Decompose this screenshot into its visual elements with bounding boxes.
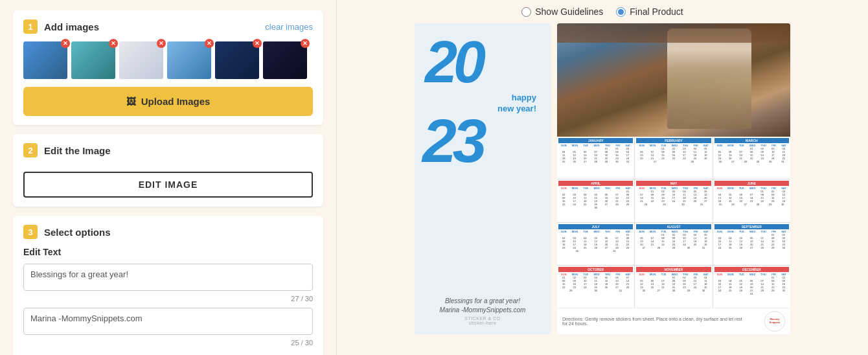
view-controls: Show Guidelines Final Product [347,6,858,17]
char-count-2: 25 / 30 [23,339,313,347]
clear-images-link[interactable]: clear images [265,22,313,32]
section1-number: 1 [23,19,38,34]
month-jun-name: JUNE [714,181,789,186]
section1-title: Add images [44,21,99,32]
year-bottom: 23 [420,115,483,167]
remove-thumb-3[interactable]: ✕ [157,39,166,48]
month-march: MARCH SUNMONTUEWEDTHUFRISAT 01020304 050… [713,137,790,179]
section2-header: 2 Edit the Image [23,143,313,157]
blessings-text: Blessings for a great year! [440,296,526,306]
month-november: NOVEMBER SUNMONTUEWEDTHUFRISAT 01020304 … [635,266,712,308]
month-june: JUNE SUNMONTUEWEDTHUFRISAT 010203 040506… [713,179,790,222]
thumbnail-1[interactable]: ✕ [23,41,67,79]
calendar-right-preview: JANUARY SUNMONTUEWEDTHUFRISAT 010203 040… [557,23,790,334]
month-october: OCTOBER SUNMONTUEWEDTHUFRISAT 0102030405… [557,266,634,308]
text-field-1-wrapper: Blessings for a great year! 27 / 30 [23,264,313,303]
month-jul-name: JULY [558,224,633,229]
thumbnail-5[interactable]: ✕ [215,41,259,79]
section-select-options: 3 Select options Edit Text Blessings for… [13,216,323,355]
directions-text: Directions: Gently remove stickers from … [562,317,764,326]
final-product-option[interactable]: Final Product [616,6,683,17]
section3-number: 3 [23,225,38,239]
month-april: APRIL SUNMONTUEWEDTHUFRISAT 01 020304050… [557,179,634,222]
edit-text-label: Edit Text [23,247,313,257]
section3-header: 3 Select options [23,225,313,239]
photo-background [557,23,790,137]
month-january: JANUARY SUNMONTUEWEDTHUFRISAT 010203 040… [557,137,634,179]
remove-thumb-4[interactable]: ✕ [205,39,214,48]
photo-top [557,23,790,137]
text-field-2[interactable]: Marina -MommySnippets.com [23,308,313,335]
month-nov-name: NOVEMBER [636,267,711,272]
month-february: FEBRUARY SUNMONTUEWEDTHUFRISAT 010203040… [635,137,712,179]
thumbnail-6[interactable]: ✕ [263,41,307,79]
month-july: JULY SUNMONTUEWEDTHUFRISAT 01 0203040506… [557,223,634,265]
month-aug-name: AUGUST [636,224,711,229]
final-product-label: Final Product [630,6,683,17]
author-text: Marina -MommySnippets.com [440,306,526,314]
edit-image-button[interactable]: EDIT IMAGE [23,172,313,198]
upload-images-button[interactable]: 🖼 Upload Images [23,87,313,116]
section-edit-image: 2 Edit the Image EDIT IMAGE [13,134,323,207]
section-add-images: 1 Add images clear images ✕ ✕ ✕ ✕ [13,10,323,125]
show-guidelines-option[interactable]: Show Guidelines [521,6,603,17]
image-thumbnails: ✕ ✕ ✕ ✕ ✕ ✕ [23,41,313,79]
month-sep-name: SEPTEMBER [714,224,789,229]
calendar-footer: Blessings for a great year! Marina -Momm… [440,296,526,329]
thumbnail-3[interactable]: ✕ [119,41,163,79]
preview-area: 20 happynew year! 23 Blessings for a gre… [347,23,858,349]
remove-thumb-5[interactable]: ✕ [253,39,262,48]
month-apr-name: APRIL [558,181,633,186]
month-may: MAY SUNMONTUEWEDTHUFRISAT 010203040506 0… [635,179,712,222]
month-december: DECEMBER SUNMONTUEWEDTHUFRISAT 0102 0304… [713,266,790,308]
remove-thumb-1[interactable]: ✕ [61,39,70,48]
mommy-snippets-badge: MommySnippets [764,311,785,332]
happy-new-year-text: happynew year! [497,93,536,115]
section2-number: 2 [23,143,38,157]
upload-images-label: Upload Images [141,96,211,107]
calendar-left-preview: 20 happynew year! 23 Blessings for a gre… [415,23,551,334]
month-mar-name: MARCH [714,138,789,143]
month-feb-name: FEBRUARY [636,138,711,143]
remove-thumb-6[interactable]: ✕ [301,39,310,48]
section2-title: Edit the Image [44,145,111,156]
show-guidelines-radio[interactable] [521,7,531,17]
upload-icon: 🖼 [126,96,136,107]
left-panel: 1 Add images clear images ✕ ✕ ✕ ✕ [0,0,337,355]
month-jan-name: JANUARY [558,138,633,143]
remove-thumb-2[interactable]: ✕ [109,39,118,48]
footer-bar: Directions: Gently remove stickers from … [557,308,790,334]
sticker-label: STICKER & COsticker-here [440,316,526,325]
text-field-1[interactable]: Blessings for a great year! [23,264,313,291]
text-field-2-wrapper: Marina -MommySnippets.com 25 / 30 [23,308,313,347]
month-august: AUGUST SUNMONTUEWEDTHUFRISAT 0102030405 … [635,223,712,265]
person-figure [667,29,751,129]
char-count-1: 27 / 30 [23,295,313,303]
show-guidelines-label: Show Guidelines [535,6,603,17]
calendar-months-grid: JANUARY SUNMONTUEWEDTHUFRISAT 010203 040… [557,137,790,308]
year-top: 20 [420,36,482,89]
right-panel: Show Guidelines Final Product 20 happyne… [337,0,868,355]
month-september: SEPTEMBER SUNMONTUEWEDTHUFRISAT 0102 030… [713,223,790,265]
section3-title: Select options [44,227,111,238]
thumbnail-4[interactable]: ✕ [167,41,211,79]
section1-header: 1 Add images clear images [23,19,313,34]
month-oct-name: OCTOBER [558,267,633,272]
wood-beam-top [557,23,790,43]
month-dec-name: DECEMBER [714,267,789,272]
thumbnail-2[interactable]: ✕ [71,41,115,79]
month-may-name: MAY [636,181,711,186]
final-product-radio[interactable] [616,7,626,17]
